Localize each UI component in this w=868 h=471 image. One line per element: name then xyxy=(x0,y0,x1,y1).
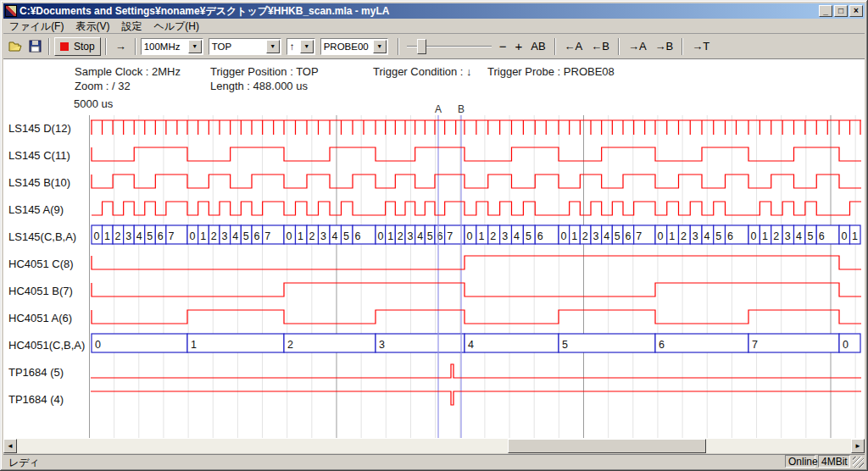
stop-label: Stop xyxy=(74,41,95,53)
open-file-button[interactable] xyxy=(7,38,25,55)
stop-button[interactable]: Stop xyxy=(54,37,101,56)
toolbar-separator xyxy=(48,38,50,55)
trigger-position-select[interactable]: TOP ▼ xyxy=(209,38,281,55)
open-folder-icon xyxy=(8,41,24,53)
length-info: Length : 488.000 us xyxy=(210,80,308,92)
sample-clock-value: 100MHz xyxy=(142,42,187,52)
window-title: C:¥Documents and Settings¥noname¥デスクトップ¥… xyxy=(19,3,815,19)
status-memory-badge: 4MBit xyxy=(818,455,850,468)
scroll-left-button[interactable]: ◄ xyxy=(3,439,17,453)
toolbar: Stop → 100MHz ▼ TOP ▼ ↑ ▼ PROBE00 ▼ − + … xyxy=(3,33,865,58)
scroll-right-button[interactable]: ► xyxy=(851,439,865,453)
trigger-position-value: TOP xyxy=(209,42,265,52)
goto-marker-b-button[interactable]: →B xyxy=(651,37,678,56)
status-online-badge: Online xyxy=(785,455,815,468)
chevron-down-icon[interactable]: ▼ xyxy=(373,40,387,53)
toolbar-separator xyxy=(135,38,136,55)
zoom-slider[interactable] xyxy=(407,37,492,56)
sample-clock-select[interactable]: 100MHz ▼ xyxy=(141,38,203,55)
trigger-probe-select[interactable]: PROBE00 ▼ xyxy=(320,38,388,55)
trigger-condition-info: Trigger Condition : ↓ xyxy=(373,65,472,78)
ab-span-button[interactable]: AB xyxy=(526,37,549,56)
goto-marker-a-back-button[interactable]: ←A xyxy=(560,37,587,56)
goto-marker-a-button[interactable]: →A xyxy=(624,37,651,56)
trigger-position-info: Trigger Position : TOP xyxy=(210,65,319,78)
zoom-info: Zoom : / 32 xyxy=(75,80,131,92)
stop-icon xyxy=(60,42,69,51)
resize-grip[interactable] xyxy=(853,457,864,468)
window-controls: _ □ × xyxy=(819,5,863,17)
toolbar-separator xyxy=(618,38,620,55)
chevron-down-icon[interactable]: ▼ xyxy=(266,40,280,53)
goto-marker-b-back-button[interactable]: ←B xyxy=(587,37,614,56)
waveform-client-area[interactable]: Sample Clock : 2MHz Trigger Position : T… xyxy=(3,58,865,439)
statusbar: レディ Online 4MBit xyxy=(3,454,865,468)
run-button[interactable]: → xyxy=(111,37,131,56)
toolbar-separator xyxy=(105,38,107,55)
status-ready-text: レディ xyxy=(8,456,40,470)
app-window: C:¥Documents and Settings¥noname¥デスクトップ¥… xyxy=(0,0,868,471)
save-floppy-icon xyxy=(29,40,42,53)
menu-help[interactable]: ヘルプ(H) xyxy=(147,19,205,35)
chevron-down-icon[interactable]: ▼ xyxy=(188,40,202,53)
zoom-slider-thumb[interactable] xyxy=(417,39,426,54)
scrollbar-thumb[interactable] xyxy=(508,439,706,453)
toolbar-separator xyxy=(682,38,683,55)
trigger-probe-info: Trigger Probe : PROBE08 xyxy=(487,65,615,78)
minimize-button[interactable]: _ xyxy=(819,5,832,17)
toolbar-separator xyxy=(554,38,556,55)
save-file-button[interactable] xyxy=(25,38,44,55)
close-button[interactable]: × xyxy=(849,5,863,17)
app-icon xyxy=(5,5,17,17)
timebase-label: 5000 us xyxy=(74,97,113,110)
goto-trigger-button[interactable]: →T xyxy=(687,37,714,56)
horizontal-scrollbar[interactable]: ◄ ► xyxy=(3,439,865,453)
zoom-in-button[interactable]: + xyxy=(510,37,526,56)
chevron-down-icon[interactable]: ▼ xyxy=(300,40,314,53)
menu-file[interactable]: ファイル(F) xyxy=(3,19,70,35)
menu-view[interactable]: 表示(V) xyxy=(70,19,115,35)
zoom-out-button[interactable]: − xyxy=(495,37,511,56)
trigger-edge-value: ↑ xyxy=(287,42,299,52)
sample-clock-info: Sample Clock : 2MHz xyxy=(75,65,181,78)
menubar: ファイル(F) 表示(V) 設定 ヘルプ(H) xyxy=(3,19,865,33)
maximize-button[interactable]: □ xyxy=(834,5,848,17)
titlebar[interactable]: C:¥Documents and Settings¥noname¥デスクトップ¥… xyxy=(3,3,865,19)
menu-settings[interactable]: 設定 xyxy=(115,19,147,35)
trigger-probe-value: PROBE00 xyxy=(321,42,372,52)
trigger-edge-select[interactable]: ↑ ▼ xyxy=(287,38,315,55)
toolbar-separator xyxy=(398,38,399,55)
